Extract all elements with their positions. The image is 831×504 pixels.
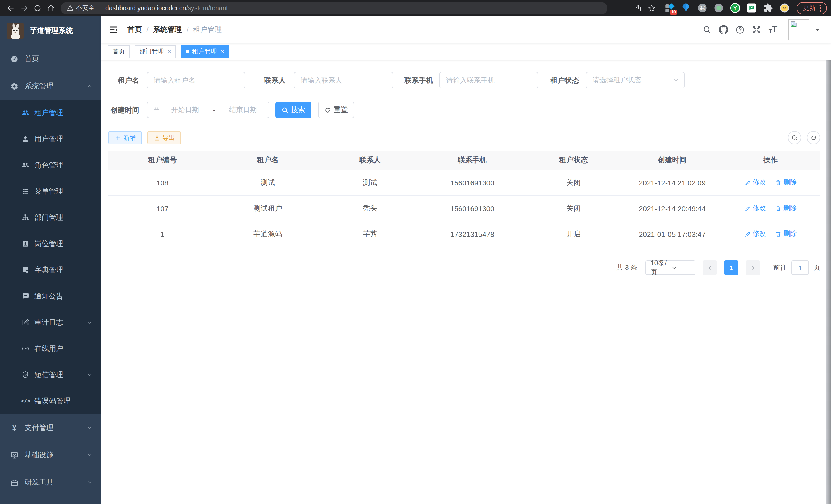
delete-link[interactable]: 删除 (775, 178, 797, 187)
browser-update-button[interactable]: 更新 (797, 2, 827, 14)
cell-tenant-id: 1 (109, 221, 217, 247)
close-icon[interactable]: × (168, 48, 171, 55)
page-size-select[interactable]: 10条/页 (646, 261, 695, 275)
cell-phone: 15601691300 (421, 196, 524, 221)
extension-tampermonkey-icon[interactable]: 10 (664, 3, 675, 13)
sidebar-item-dept[interactable]: 部门管理 (0, 205, 101, 231)
fullscreen-icon[interactable] (748, 21, 765, 38)
export-button[interactable]: 导出 (147, 131, 181, 144)
users-icon (22, 109, 29, 117)
extension-command-icon[interactable]: ⌘ (697, 3, 708, 13)
address-bar[interactable]: 不安全 dashboard.yudao.iocoder.cn/system/te… (61, 2, 607, 14)
table-refresh-button[interactable] (807, 131, 820, 144)
breadcrumb-system[interactable]: 系统管理 (153, 25, 182, 34)
reload-icon[interactable] (31, 1, 44, 14)
sidebar-item-label: 基础设施 (25, 450, 87, 459)
next-page-button[interactable] (746, 261, 760, 275)
share-icon[interactable] (632, 1, 645, 14)
forward-icon[interactable] (18, 1, 31, 14)
app-logo[interactable]: 芋道管理系统 (0, 16, 101, 45)
extension-emoji-icon[interactable] (779, 3, 790, 13)
svg-text:Y: Y (733, 5, 737, 11)
bookmark-star-icon[interactable] (645, 1, 658, 14)
tab-tenant[interactable]: 租户管理 × (181, 45, 229, 58)
sidebar-item-audit-log[interactable]: 审计日志 (0, 309, 101, 335)
sidebar-item-menu[interactable]: 菜单管理 (0, 178, 101, 205)
window-edge-scrollbar[interactable] (826, 16, 831, 504)
github-icon[interactable] (715, 21, 732, 38)
sidebar-item-home[interactable]: 首页 (0, 45, 101, 72)
tenant-table: 租户编号 租户名 联系人 联系手机 租户状态 创建时间 操作 108 测试 测试 (109, 151, 820, 247)
add-button[interactable]: 新增 (109, 131, 142, 144)
delete-link[interactable]: 删除 (775, 229, 797, 239)
cell-tenant-name: 芋道源码 (217, 221, 319, 247)
date-range-picker[interactable]: 开始日期 - 结束日期 (147, 102, 269, 118)
extension-chat-icon[interactable] (746, 3, 757, 13)
delete-link[interactable]: 删除 (775, 204, 797, 213)
edit-link[interactable]: 修改 (744, 178, 766, 187)
page-number-current[interactable]: 1 (724, 261, 739, 275)
sidebar-item-post[interactable]: 岗位管理 (0, 231, 101, 257)
cell-status: 开启 (524, 221, 623, 247)
table-header-row: 租户编号 租户名 联系人 联系手机 租户状态 创建时间 操作 (109, 151, 820, 170)
phone-input[interactable] (439, 72, 538, 88)
back-icon[interactable] (4, 1, 18, 14)
table-search-button[interactable] (788, 131, 801, 144)
sidebar-item-dict[interactable]: 字典管理 (0, 257, 101, 283)
refresh-icon (324, 107, 331, 113)
edit-link[interactable]: 修改 (744, 229, 766, 239)
col-created: 创建时间 (623, 151, 721, 170)
extension-yuque-icon[interactable]: Y (730, 3, 741, 13)
active-dot (185, 50, 189, 53)
extension-balloon-icon[interactable] (681, 3, 691, 13)
tab-dept[interactable]: 部门管理 × (135, 45, 176, 58)
sidebar-item-dev-tools[interactable]: 研发工具 (0, 469, 101, 496)
help-icon[interactable] (732, 21, 748, 38)
sidebar-item-infra[interactable]: 基础设施 (0, 441, 101, 469)
header-search-icon[interactable] (699, 21, 715, 38)
edit-link[interactable]: 修改 (744, 204, 766, 213)
pagination-total: 共 3 条 (617, 263, 637, 272)
sidebar-item-label: 首页 (25, 54, 92, 63)
system-submenu: 租户管理 用户管理 角色管理 菜单管理 (0, 100, 101, 414)
avatar[interactable] (789, 19, 809, 40)
end-date-placeholder: 结束日期 (222, 105, 264, 115)
browser-menu-icon[interactable] (819, 4, 822, 12)
plus-icon (115, 135, 121, 141)
tenant-name-input[interactable] (147, 72, 245, 88)
avatar-caret-icon[interactable] (815, 29, 820, 33)
contact-input[interactable] (294, 72, 393, 88)
reset-button[interactable]: 重置 (318, 102, 354, 118)
monitor-icon (10, 451, 19, 459)
close-icon[interactable]: × (221, 48, 224, 55)
status-select[interactable]: 请选择租户状态 (586, 72, 685, 88)
extension-recorder-icon[interactable] (713, 3, 724, 13)
extensions-puzzle-icon[interactable] (763, 3, 773, 13)
security-status[interactable]: 不安全 (67, 4, 94, 12)
navbar-actions: TT (699, 19, 831, 40)
font-size-icon[interactable]: TT (765, 21, 781, 38)
sidebar-item-label: 通知公告 (34, 292, 92, 301)
sidebar-item-error-code[interactable]: </> 错误码管理 (0, 388, 101, 414)
warning-icon (67, 5, 74, 11)
tags-view: 首页 部门管理 × 租户管理 × (101, 43, 831, 60)
tab-home[interactable]: 首页 (108, 45, 130, 58)
sidebar-item-sms[interactable]: 短信管理 (0, 362, 101, 388)
sidebar-toggle-icon[interactable] (109, 24, 119, 35)
search-button[interactable]: 搜索 (276, 102, 311, 118)
sidebar-item-tenant[interactable]: 租户管理 (0, 100, 101, 126)
sidebar-item-payment[interactable]: ¥ 支付管理 (0, 414, 101, 441)
main-area: 首页 / 系统管理 / 租户管理 TT (101, 16, 831, 504)
sidebar-item-online-users[interactable]: 在线用户 (0, 335, 101, 362)
col-tenant-name: 租户名 (217, 151, 319, 170)
breadcrumb-home[interactable]: 首页 (127, 25, 142, 34)
extension-badge: 10 (670, 10, 677, 15)
sidebar-item-user[interactable]: 用户管理 (0, 126, 101, 152)
prev-page-button[interactable] (703, 261, 717, 275)
goto-page-input[interactable] (792, 261, 809, 275)
broadcast-icon (22, 345, 29, 352)
sidebar-item-system[interactable]: 系统管理 (0, 72, 101, 100)
sidebar-item-notice[interactable]: 通知公告 (0, 283, 101, 309)
home-icon[interactable] (44, 1, 58, 14)
sidebar-item-role[interactable]: 角色管理 (0, 152, 101, 178)
